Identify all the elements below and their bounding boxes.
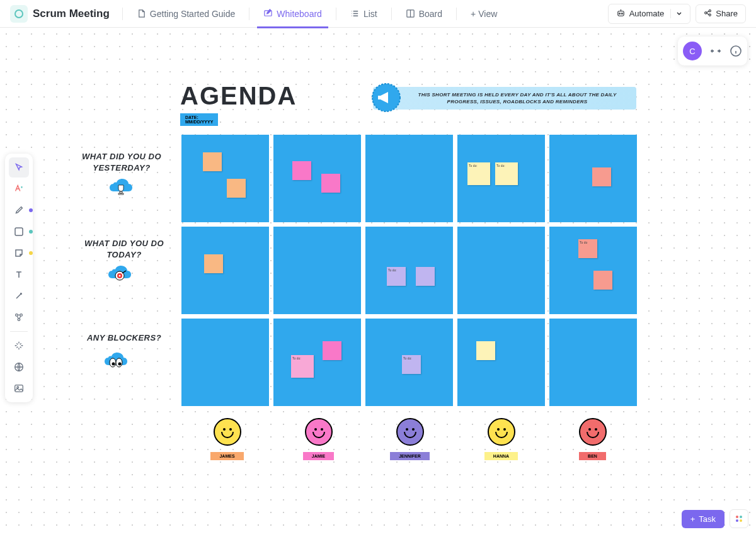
image-tool[interactable] [9, 378, 29, 399]
sticky-note[interactable] [593, 271, 612, 290]
sticky-note[interactable] [321, 174, 340, 193]
svg-point-4 [621, 13, 622, 14]
cell-r3-c5[interactable] [549, 319, 637, 406]
space-logo[interactable] [10, 5, 28, 23]
row-label-blockers[interactable]: ANY BLOCKERS? [77, 332, 171, 344]
date-tag[interactable]: DATE: MM/DD/YYYY [180, 113, 218, 126]
agenda-heading[interactable]: AGENDA [180, 82, 297, 110]
chevron-down-icon[interactable] [670, 9, 682, 18]
people-row: JAMES JAMIE JENNIFER HANNA BEN [181, 418, 638, 460]
sticky-note[interactable] [292, 161, 311, 180]
whiteboard-canvas[interactable]: C AGENDA DATE: MM/DD/YYYY THIS SHORT MEE… [0, 28, 756, 537]
sticky-note[interactable] [227, 179, 246, 198]
person-jamie[interactable]: JAMIE [273, 418, 364, 460]
svg-point-3 [619, 13, 620, 14]
trophy-badge-icon [107, 176, 135, 201]
sticky-note[interactable] [416, 267, 435, 286]
person-hanna[interactable]: HANNA [455, 418, 547, 460]
shape-tool[interactable] [9, 222, 29, 242]
sticky-note[interactable] [592, 167, 611, 186]
cell-r3-c1[interactable] [181, 319, 269, 406]
cell-r1-c4[interactable]: To do: To do: [457, 135, 545, 222]
svg-point-10 [16, 314, 18, 317]
person-james[interactable]: JAMES [181, 418, 273, 460]
cell-r3-c4[interactable] [457, 319, 545, 406]
banner-text: THIS SHORT MEETING IS HELD EVERY DAY AND… [411, 91, 624, 105]
cell-r2-c3[interactable]: To do: [365, 227, 453, 314]
person-ben[interactable]: BEN [547, 418, 638, 460]
robot-icon [616, 8, 626, 20]
sticky-note[interactable] [203, 152, 222, 171]
sticky-note[interactable]: To do [578, 239, 597, 258]
smiley-icon [579, 418, 607, 446]
cell-r1-c2[interactable] [273, 135, 361, 222]
cell-r1-c5[interactable] [549, 135, 637, 222]
apps-button[interactable] [730, 509, 748, 528]
name-tag: HANNA [484, 452, 518, 460]
svg-point-5 [705, 11, 707, 13]
row-label-today[interactable]: WHAT DID YOU DO TODAY? [77, 238, 171, 261]
sticky-note[interactable]: To do: [387, 267, 406, 286]
share-label: Share [716, 9, 738, 18]
ai-tool[interactable] [9, 179, 29, 199]
sticky-note[interactable]: To do: [291, 355, 314, 378]
cell-r2-c2[interactable] [273, 227, 361, 314]
divider [336, 8, 336, 20]
name-tag: JAMIE [303, 452, 334, 460]
cell-r1-c3[interactable] [365, 135, 453, 222]
plus-icon: + [471, 9, 476, 19]
smiley-icon [305, 418, 333, 446]
sticky-note[interactable] [323, 341, 341, 360]
page-title: Scrum Meeting [33, 8, 110, 20]
cell-r2-c4[interactable] [457, 227, 545, 314]
cell-r2-c5[interactable]: To do [549, 227, 637, 314]
connector-tool[interactable] [9, 286, 29, 306]
new-task-button[interactable]: + Task [682, 510, 724, 528]
more-shapes-tool[interactable] [9, 307, 29, 327]
svg-rect-17 [378, 96, 381, 99]
cell-r1-c1[interactable] [181, 135, 269, 222]
plus-icon: + [690, 514, 696, 524]
share-button[interactable]: Share [696, 4, 746, 23]
user-avatar[interactable]: C [683, 42, 702, 60]
name-tag: JAMES [210, 452, 243, 460]
drawing-toolbar [5, 154, 33, 402]
tab-list[interactable]: List [344, 5, 384, 23]
select-tool[interactable] [9, 157, 29, 178]
board-icon [406, 9, 415, 18]
automate-label: Automate [629, 9, 665, 18]
web-tool[interactable] [9, 357, 29, 377]
tab-board[interactable]: Board [399, 5, 449, 23]
svg-point-6 [709, 9, 711, 11]
toolbar-separator [10, 331, 28, 332]
text-tool[interactable] [9, 264, 29, 285]
tab-getting-started[interactable]: Getting Started Guide [130, 5, 241, 23]
fit-to-screen-button[interactable] [709, 45, 722, 57]
sticky-note[interactable] [204, 254, 223, 273]
tab-label: Board [419, 9, 442, 19]
cell-r2-c1[interactable] [181, 227, 269, 314]
sticky-note-tool[interactable] [9, 243, 29, 263]
info-button[interactable] [730, 45, 742, 57]
tab-label: List [364, 9, 377, 19]
person-jennifer[interactable]: JENNIFER [364, 418, 455, 460]
svg-point-26 [740, 516, 742, 518]
banner[interactable]: THIS SHORT MEETING IS HELD EVERY DAY AND… [373, 87, 636, 110]
cell-r3-c3[interactable]: To do: [365, 319, 453, 406]
sticky-note[interactable]: To do: [467, 162, 490, 185]
automate-button[interactable]: Automate [608, 4, 691, 24]
pen-tool[interactable] [9, 200, 29, 220]
add-view-label: View [478, 9, 497, 19]
sticky-note[interactable]: To do: [402, 355, 421, 374]
cell-r3-c2[interactable]: To do: [273, 319, 361, 406]
smiley-icon [488, 418, 515, 446]
sticky-note[interactable] [476, 341, 495, 360]
row-label-yesterday[interactable]: WHAT DID YOU DO YESTERDAY? [74, 151, 169, 174]
svg-point-20 [119, 275, 121, 277]
smiley-icon [396, 418, 424, 446]
magic-tool[interactable] [9, 336, 29, 356]
tab-whiteboard[interactable]: Whiteboard [257, 5, 328, 23]
task-label: Task [699, 514, 716, 524]
add-view-button[interactable]: + View [464, 5, 503, 23]
sticky-note[interactable]: To do: [495, 162, 518, 185]
